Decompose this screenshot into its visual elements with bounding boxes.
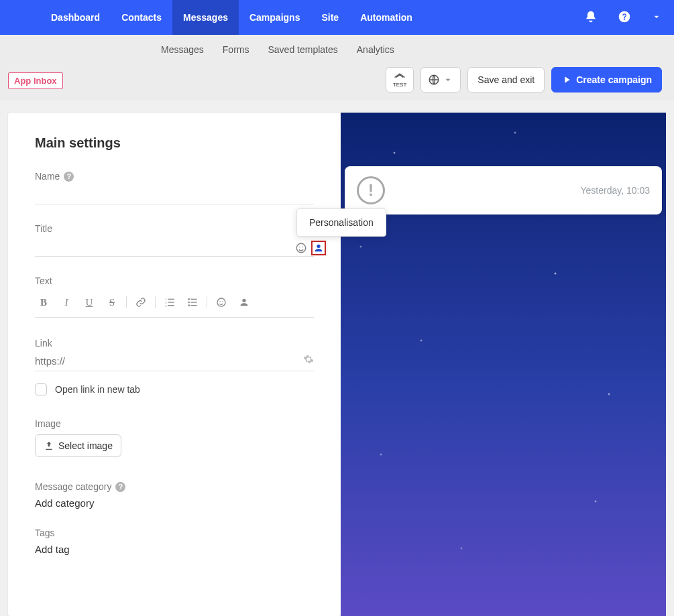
panel-heading: Main settings	[35, 135, 314, 151]
gear-icon[interactable]	[303, 354, 314, 371]
test-button[interactable]: TEST	[386, 67, 414, 93]
message-category-label-text: Message category	[35, 481, 111, 492]
account-dropdown[interactable]	[651, 11, 662, 24]
add-category-link[interactable]: Add category	[35, 497, 314, 509]
bold-tool[interactable]: B	[35, 294, 52, 310]
alert-icon: !	[357, 176, 385, 204]
title-input[interactable]	[35, 238, 314, 257]
preview-timestamp: Yesterday, 10:03	[580, 185, 650, 196]
svg-point-3	[299, 247, 300, 248]
personalisation-icon[interactable]	[311, 241, 326, 255]
emoji-tool[interactable]	[213, 294, 230, 310]
help-icon[interactable]: ?	[64, 172, 74, 182]
bell-icon[interactable]	[584, 10, 598, 25]
name-input[interactable]	[35, 186, 314, 204]
svg-rect-10	[168, 305, 174, 306]
image-label: Image	[35, 418, 314, 429]
nav-messages[interactable]: Messages	[172, 0, 239, 35]
toolbar-divider	[155, 296, 156, 308]
personalisation-tooltip: Personalisation	[296, 208, 386, 237]
save-and-exit-button[interactable]: Save and exit	[467, 67, 545, 93]
italic-tool[interactable]: I	[58, 294, 75, 310]
action-bar: TEST Save and exit Create campaign	[386, 67, 662, 93]
svg-point-4	[302, 247, 304, 248]
svg-point-17	[217, 298, 225, 306]
chevron-down-icon	[443, 74, 453, 85]
upload-icon	[44, 440, 54, 451]
app-inbox-badge: App Inbox	[8, 72, 63, 89]
link-label-text: Link	[35, 338, 52, 349]
test-button-label: TEST	[393, 82, 406, 88]
text-toolbar: B I U S 123	[35, 290, 314, 318]
svg-point-18	[219, 301, 220, 302]
svg-point-13	[188, 304, 190, 306]
nav-dashboard[interactable]: Dashboard	[40, 0, 111, 35]
nav-site[interactable]: Site	[311, 0, 349, 35]
content-row: Main settings Name ? Title Text	[0, 101, 674, 616]
toolbar-divider	[126, 296, 127, 308]
preview-pane: ! Yesterday, 10:03	[341, 113, 666, 616]
svg-point-11	[188, 298, 190, 300]
emoji-icon[interactable]	[294, 241, 308, 255]
text-label-text: Text	[35, 275, 52, 286]
subtab-messages[interactable]: Messages	[161, 44, 204, 55]
strike-tool[interactable]: S	[103, 294, 121, 310]
create-campaign-button[interactable]: Create campaign	[551, 67, 662, 93]
svg-point-2	[296, 243, 306, 253]
play-icon	[561, 74, 572, 85]
globe-icon	[428, 74, 440, 86]
toolbar-divider	[207, 296, 207, 308]
sub-nav: Messages Forms Saved templates Analytics…	[0, 35, 674, 101]
text-label: Text	[35, 275, 314, 286]
name-label: Name ?	[35, 171, 314, 182]
svg-rect-14	[190, 299, 196, 300]
sub-nav-tabs: Messages Forms Saved templates Analytics	[0, 35, 674, 55]
tags-label: Tags	[35, 528, 314, 538]
open-new-tab-checkbox[interactable]	[35, 383, 47, 395]
name-label-text: Name	[35, 171, 60, 182]
notification-preview-card: ! Yesterday, 10:03	[345, 166, 662, 214]
message-category-label: Message category ?	[35, 481, 314, 492]
svg-rect-8	[168, 299, 174, 300]
subtab-saved-templates[interactable]: Saved templates	[268, 44, 337, 55]
link-tool[interactable]	[132, 294, 150, 310]
svg-rect-16	[190, 305, 196, 306]
svg-rect-9	[168, 302, 174, 302]
svg-point-12	[188, 302, 190, 304]
title-label-text: Title	[35, 223, 52, 234]
nav-contacts[interactable]: Contacts	[111, 0, 172, 35]
link-label: Link	[35, 338, 314, 349]
unordered-list-tool[interactable]	[184, 294, 201, 310]
add-tag-link[interactable]: Add tag	[35, 544, 314, 555]
personalisation-tool[interactable]	[235, 294, 253, 310]
top-nav-items: Dashboard Contacts Messages Campaigns Si…	[40, 0, 423, 35]
select-image-button[interactable]: Select image	[35, 434, 121, 457]
svg-text:3: 3	[165, 304, 167, 308]
help-icon[interactable]	[618, 10, 631, 25]
top-nav-right	[584, 0, 662, 35]
ordered-list-tool[interactable]: 123	[161, 294, 178, 310]
subtab-forms[interactable]: Forms	[223, 44, 249, 55]
subtab-analytics[interactable]: Analytics	[357, 44, 394, 55]
settings-panel: Main settings Name ? Title Text	[8, 113, 341, 616]
svg-point-19	[222, 301, 223, 302]
nav-campaigns[interactable]: Campaigns	[239, 0, 311, 35]
nav-automation[interactable]: Automation	[349, 0, 423, 35]
tooltip-text: Personalisation	[309, 217, 374, 228]
tags-label-text: Tags	[35, 528, 55, 538]
top-nav: Dashboard Contacts Messages Campaigns Si…	[0, 0, 674, 35]
select-image-label: Select image	[58, 440, 113, 451]
svg-rect-15	[190, 302, 196, 302]
underline-tool[interactable]: U	[80, 294, 98, 310]
link-input[interactable]	[35, 353, 303, 371]
language-button[interactable]	[420, 67, 461, 93]
image-label-text: Image	[35, 418, 61, 429]
title-label: Title	[35, 223, 314, 234]
open-new-tab-label: Open link in new tab	[55, 384, 140, 395]
create-campaign-label: Create campaign	[576, 74, 652, 85]
help-icon[interactable]: ?	[115, 482, 125, 492]
